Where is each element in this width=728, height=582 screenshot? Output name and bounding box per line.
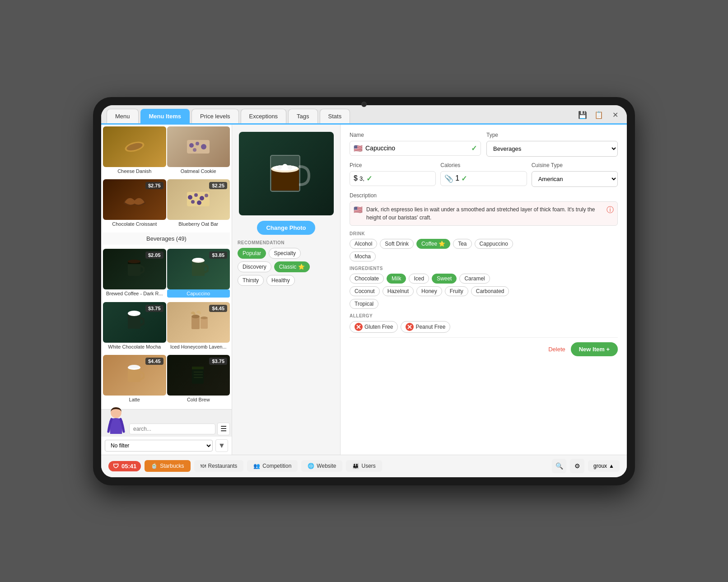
nav-website[interactable]: 🌐 Website <box>301 460 342 472</box>
list-item[interactable]: $2.05 Brewed Coffee - Dark R... <box>103 249 166 301</box>
tag-classic[interactable]: Classic ⭐ <box>274 261 310 272</box>
allergy-section: ALLERGY Gluten Free Peanut F <box>350 313 618 333</box>
search-button[interactable]: 🔍 <box>552 459 566 473</box>
ingredient-hazelnut[interactable]: Hazelnut <box>383 286 414 296</box>
ingredient-coconut[interactable]: Coconut <box>350 286 380 296</box>
tab-menu[interactable]: Menu <box>107 109 139 123</box>
drink-tags-row: Alcohol Soft Drink Coffee ⭐ Tea Cappucci… <box>350 239 618 249</box>
camera <box>361 102 367 107</box>
ingredient-milk[interactable]: Milk <box>387 274 406 284</box>
tab-menu-items[interactable]: Menu Items <box>140 109 190 123</box>
gluten-icon <box>355 323 363 331</box>
ingredient-tropical[interactable]: Tropical <box>350 299 378 309</box>
name-check-icon: ✓ <box>471 144 477 153</box>
drink-tag-mocha[interactable]: Mocha <box>350 251 376 261</box>
new-item-button[interactable]: New Item + <box>571 342 618 356</box>
svg-rect-22 <box>191 317 200 329</box>
cuisine-select[interactable]: American <box>532 171 618 187</box>
nav-restaurants[interactable]: 🍽 Restaurants <box>194 460 244 472</box>
item-name-capuccino: Capuccino <box>167 289 230 298</box>
tab-price-levels[interactable]: Price levels <box>191 109 238 123</box>
copy-icon[interactable]: 📋 <box>593 109 605 121</box>
price-calories-row: Price $ 3, ✓ Calories 📎 1 ✓ <box>350 162 618 187</box>
recommendation-tags-3: Thirsty Healthy <box>238 275 335 286</box>
list-item[interactable]: Cheese Danish <box>103 126 166 179</box>
ingredient-caramel[interactable]: Caramel <box>459 274 490 284</box>
item-name-croissant: Chocolate Croissant <box>103 220 166 228</box>
drink-tag-alcohol[interactable]: Alcohol <box>350 239 377 249</box>
ingredient-sweet[interactable]: Sweet <box>432 274 457 284</box>
drink-tag-soft-drink[interactable]: Soft Drink <box>380 239 414 249</box>
ingredient-iced[interactable]: Iced <box>409 274 429 284</box>
description-text: Dark, rich espresso lies in wait under a… <box>366 205 603 222</box>
delete-button[interactable]: Delete <box>548 346 565 353</box>
item-name-white-choc: White Chocolate Mocha <box>103 343 166 351</box>
left-panel: Cheese Danish Oatmeal Coo <box>101 125 232 455</box>
item-name-brewed: Brewed Coffee - Dark R... <box>103 289 166 298</box>
type-section: Type Beverages <box>486 132 618 157</box>
list-item[interactable]: Oatmeal Cookie <box>167 126 230 179</box>
ingredient-carbonated[interactable]: Carbonated <box>471 286 509 296</box>
svg-point-25 <box>201 317 208 319</box>
filter-row: No filter ▼ <box>101 436 232 455</box>
warning-icon: ⓘ <box>607 205 614 215</box>
tag-popular[interactable]: Popular <box>238 248 266 259</box>
list-item[interactable]: $3.85 Capuccino <box>167 249 230 301</box>
tag-specialty[interactable]: Specialty <box>269 248 301 259</box>
price-badge: $4.45 <box>145 358 163 365</box>
ingredient-honey[interactable]: Honey <box>416 286 442 296</box>
list-item[interactable]: $4.45 Latte <box>103 355 166 407</box>
tag-discovery[interactable]: Discovery <box>238 261 271 272</box>
tab-tags[interactable]: Tags <box>288 109 317 123</box>
drink-tag-coffee[interactable]: Coffee ⭐ <box>416 239 450 249</box>
svg-rect-30 <box>192 367 204 369</box>
allergy-peanut[interactable]: Peanut Free <box>401 321 450 333</box>
list-item[interactable]: $2.75 Chocolate Croissant <box>103 179 166 232</box>
calories-label: Calories <box>440 162 527 168</box>
settings-button[interactable]: ⚙ <box>570 459 584 473</box>
recommendation-tags-2: Discovery Classic ⭐ <box>238 261 335 272</box>
tag-thirsty[interactable]: Thirsty <box>238 275 264 286</box>
list-item[interactable]: $3.75 Cold Brew <box>167 355 230 407</box>
filter-select[interactable]: No filter <box>105 440 213 452</box>
restaurants-icon: 🍽 <box>201 463 206 469</box>
user-menu-button[interactable]: groux ▲ <box>588 460 620 472</box>
list-item[interactable]: $3.75 White Chocolate Mocha <box>103 302 166 354</box>
recommendation-section: RECOMMENDATION Popular Specialty Discove… <box>238 240 335 289</box>
avatar <box>105 405 127 436</box>
tab-stats[interactable]: Stats <box>320 109 350 123</box>
taskbar-right: 🔍 ⚙ groux ▲ <box>552 459 620 473</box>
list-item[interactable]: $4.45 Iced Honeycomb Laven... <box>167 302 230 354</box>
description-field[interactable]: 🇺🇸 Dark, rich espresso lies in wait unde… <box>350 201 618 226</box>
allergy-gluten[interactable]: Gluten Free <box>350 321 398 333</box>
taskbar: 🛡 05:41 🍵 Starbucks 🍽 Restaurants 👥 Comp… <box>101 455 627 477</box>
type-select[interactable]: Beverages <box>486 141 618 157</box>
price-check-icon: ✓ <box>366 174 372 183</box>
ingredient-chocolate[interactable]: Chocolate <box>350 274 384 284</box>
nav-users[interactable]: 👨‍👩‍👦 Users <box>346 460 382 472</box>
change-photo-button[interactable]: Change Photo <box>257 221 315 235</box>
tab-exceptions[interactable]: Exceptions <box>241 109 287 123</box>
search-input[interactable] <box>129 424 215 434</box>
save-icon[interactable]: 💾 <box>576 109 589 121</box>
nav-starbucks[interactable]: 🍵 Starbucks <box>145 460 190 472</box>
drink-tag-cappuccino[interactable]: Cappuccino <box>475 239 513 249</box>
list-item[interactable]: $2.25 Blueberry Oat Bar <box>167 179 230 232</box>
list-view-button[interactable]: ☰ <box>217 423 230 435</box>
close-icon[interactable]: ✕ <box>609 109 621 121</box>
name-field[interactable]: 🇺🇸 Capuccino ✓ <box>350 141 481 156</box>
nav-competition[interactable]: 👥 Competition <box>247 460 298 472</box>
price-field[interactable]: $ 3, ✓ <box>350 171 436 186</box>
calories-check-icon: ✓ <box>461 174 467 183</box>
filter-icon[interactable]: ▼ <box>215 439 228 452</box>
drink-tag-tea[interactable]: Tea <box>453 239 471 249</box>
svg-point-40 <box>282 164 288 169</box>
calories-field[interactable]: 📎 1 ✓ <box>440 171 527 186</box>
ingredient-fruity[interactable]: Fruity <box>445 286 468 296</box>
svg-point-12 <box>191 200 195 204</box>
tag-healthy[interactable]: Healthy <box>266 275 295 286</box>
name-label: Name <box>350 132 481 138</box>
name-section: Name 🇺🇸 Capuccino ✓ <box>350 132 481 157</box>
price-badge: $3.75 <box>145 305 163 312</box>
svg-point-6 <box>193 148 196 152</box>
